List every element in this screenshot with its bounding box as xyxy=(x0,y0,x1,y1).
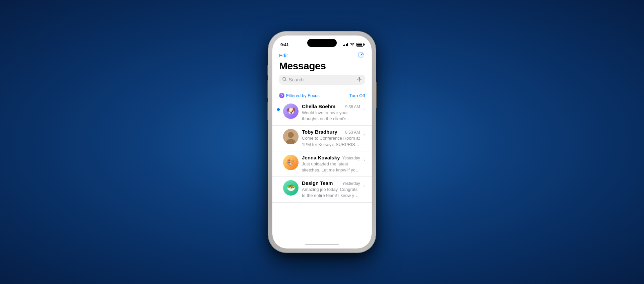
mic-icon xyxy=(357,77,362,83)
avatar: 🥗 xyxy=(283,180,299,196)
filter-label: Filtered by Focus xyxy=(286,93,320,98)
sender-name: Toby Bradbury xyxy=(302,129,337,135)
chevron-right-icon: › xyxy=(363,183,365,188)
chevron-right-icon: › xyxy=(363,132,365,137)
message-content: Design Team Yesterday Amazing job today.… xyxy=(302,180,360,199)
compose-button[interactable] xyxy=(358,52,365,59)
search-placeholder: Search xyxy=(289,77,355,82)
unread-dot xyxy=(277,108,280,111)
message-preview: Would love to hear your thoughts on the … xyxy=(302,110,360,122)
filter-left: Filtered by Focus xyxy=(279,93,320,98)
turn-off-button[interactable]: Turn Off xyxy=(349,93,365,98)
sender-name: Design Team xyxy=(302,180,333,186)
wifi-icon xyxy=(350,43,355,47)
message-time: Yesterday xyxy=(342,181,360,186)
header-top-row: Edit xyxy=(279,52,365,59)
message-item[interactable]: 🐶 Chella Boehm 9:38 AM Would love to hea… xyxy=(272,100,372,126)
filter-bar: Filtered by Focus Turn Off xyxy=(272,91,372,100)
message-preview: Come to Conference Room at 1PM for Kelse… xyxy=(302,135,360,147)
search-icon xyxy=(282,77,287,82)
avatar: 🎨 xyxy=(283,155,299,170)
message-header-row: Design Team Yesterday xyxy=(302,180,360,186)
page-header: Edit Messages xyxy=(272,50,372,91)
home-indicator xyxy=(272,240,372,248)
phone-device: 9:41 xyxy=(268,31,376,253)
message-preview: Amazing job today. Congrats to the entir… xyxy=(302,187,360,199)
message-item[interactable]: Toby Bradbury 8:53 AM Come to Conference… xyxy=(272,126,372,151)
messages-content: Edit Messages xyxy=(272,50,372,240)
phone-screen: 9:41 xyxy=(272,36,372,248)
message-header-row: Jenna Kovalsky Yesterday xyxy=(302,155,360,160)
dynamic-island xyxy=(307,39,337,47)
message-header-row: Chella Boehm 9:38 AM xyxy=(302,103,360,109)
message-time: 8:53 AM xyxy=(345,130,360,135)
page-title: Messages xyxy=(279,60,365,71)
sender-name: Chella Boehm xyxy=(302,103,335,109)
svg-point-6 xyxy=(288,132,294,138)
avatar: 🐶 xyxy=(283,103,299,119)
message-header-row: Toby Bradbury 8:53 AM xyxy=(302,129,360,135)
search-bar[interactable]: Search xyxy=(279,75,365,85)
message-item[interactable]: 🥗 Design Team Yesterday Amazing job toda… xyxy=(272,177,372,202)
avatar xyxy=(283,129,299,144)
chevron-right-icon: › xyxy=(363,106,365,112)
status-icons xyxy=(343,43,364,47)
messages-list: 🐶 Chella Boehm 9:38 AM Would love to hea… xyxy=(272,100,372,240)
focus-filter-icon xyxy=(279,93,284,98)
sender-name: Jenna Kovalsky xyxy=(302,155,340,160)
phone-frame: 9:41 xyxy=(268,31,376,253)
message-item[interactable]: 🎨 Jenna Kovalsky Yesterday Just uploaded… xyxy=(272,151,372,177)
svg-point-4 xyxy=(281,95,282,96)
edit-button[interactable]: Edit xyxy=(279,53,288,58)
message-time: Yesterday xyxy=(342,156,360,160)
svg-rect-2 xyxy=(359,77,360,80)
message-content: Toby Bradbury 8:53 AM Come to Conference… xyxy=(302,129,360,147)
message-time: 9:38 AM xyxy=(345,104,360,109)
signal-icon xyxy=(343,43,348,46)
battery-icon xyxy=(356,43,364,47)
message-content: Jenna Kovalsky Yesterday Just uploaded t… xyxy=(302,155,360,173)
message-preview: Just uploaded the latest sketches. Let m… xyxy=(302,161,360,173)
chevron-right-icon: › xyxy=(363,157,365,163)
status-time: 9:41 xyxy=(280,42,289,47)
power-button xyxy=(376,82,377,109)
message-content: Chella Boehm 9:38 AM Would love to hear … xyxy=(302,103,360,122)
